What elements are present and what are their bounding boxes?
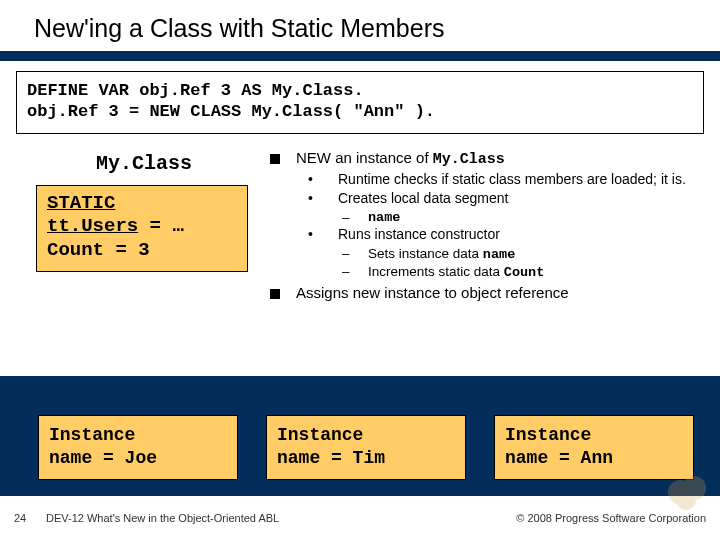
- dash-bullet-icon: –: [342, 209, 356, 226]
- ttusers-label: tt.Users: [47, 215, 138, 237]
- sub-2-text: Creates local data segment: [338, 190, 700, 208]
- page-number: 24: [14, 512, 46, 524]
- static-box: STATIC tt.Users = … Count = 3: [36, 185, 248, 272]
- sub-2a-mono: name: [368, 209, 400, 226]
- instance-line-2: name = Tim: [277, 447, 455, 470]
- sub-1: • Runtime checks if static class members…: [308, 171, 700, 189]
- instance-line-2: name = Ann: [505, 447, 683, 470]
- code-line-2: obj.Ref 3 = NEW CLASS My.Class( "Ann" ).: [27, 101, 693, 122]
- dash-bullet-icon: –: [342, 245, 356, 263]
- sub-3: • Runs instance constructor: [308, 226, 700, 244]
- sub-3b-mono: Count: [504, 265, 545, 280]
- sub-3-text: Runs instance constructor: [338, 226, 700, 244]
- footer: 24 DEV-12 What's New in the Object-Orien…: [0, 496, 720, 540]
- instance-line-1: Instance: [505, 424, 683, 447]
- title-underline: [0, 51, 720, 61]
- bullet-2: Assigns new instance to object reference: [266, 283, 700, 302]
- dot-bullet-icon: •: [308, 226, 322, 244]
- class-name-label: My.Class: [44, 152, 244, 175]
- square-bullet-icon: [270, 289, 280, 299]
- count-line: Count = 3: [47, 239, 237, 263]
- dash-bullet-icon: –: [342, 263, 356, 281]
- sub-2-children: –name: [342, 209, 700, 226]
- instance-box: Instance name = Joe: [38, 415, 238, 480]
- static-label: STATIC: [47, 192, 115, 214]
- bullet-2-text: Assigns new instance to object reference: [296, 283, 700, 302]
- sub-list: • Runtime checks if static class members…: [308, 171, 700, 282]
- code-panel: DEFINE VAR obj.Ref 3 AS My.Class. obj.Re…: [16, 71, 704, 134]
- ttusers-rhs: = …: [138, 215, 184, 237]
- instance-line-1: Instance: [49, 424, 227, 447]
- left-column: My.Class STATIC tt.Users = … Count = 3: [16, 144, 244, 272]
- footer-right-text: © 2008 Progress Software Corporation: [516, 512, 706, 524]
- blue-area: Instance name = Joe Instance name = Tim …: [0, 376, 720, 496]
- sub-1-text: Runtime checks if static class members a…: [338, 171, 700, 189]
- dot-bullet-icon: •: [308, 190, 322, 208]
- dot-bullet-icon: •: [308, 171, 322, 189]
- sub-3b-text: Increments static data: [368, 264, 504, 279]
- right-column: NEW an instance of My.Class • Runtime ch…: [244, 144, 704, 305]
- instance-box: Instance name = Tim: [266, 415, 466, 480]
- sub-3a-mono: name: [483, 247, 515, 262]
- sub-2: • Creates local data segment: [308, 190, 700, 208]
- bullet-1-mono: My.Class: [433, 151, 505, 168]
- code-line-1: DEFINE VAR obj.Ref 3 AS My.Class.: [27, 80, 693, 101]
- sub-3a-text: Sets instance data: [368, 246, 483, 261]
- instance-line-1: Instance: [277, 424, 455, 447]
- instance-box: Instance name = Ann: [494, 415, 694, 480]
- bullet-1: NEW an instance of My.Class: [266, 148, 700, 169]
- sub-3-children: –Sets instance data name –Increments sta…: [342, 245, 700, 282]
- slide-title: New'ing a Class with Static Members: [0, 0, 720, 51]
- square-bullet-icon: [270, 154, 280, 164]
- footer-left-text: DEV-12 What's New in the Object-Oriented…: [46, 512, 516, 524]
- instance-line-2: name = Joe: [49, 447, 227, 470]
- instance-row: Instance name = Joe Instance name = Tim …: [0, 415, 720, 480]
- bullet-1-text: NEW an instance of: [296, 149, 433, 166]
- middle-row: My.Class STATIC tt.Users = … Count = 3 N…: [0, 142, 720, 305]
